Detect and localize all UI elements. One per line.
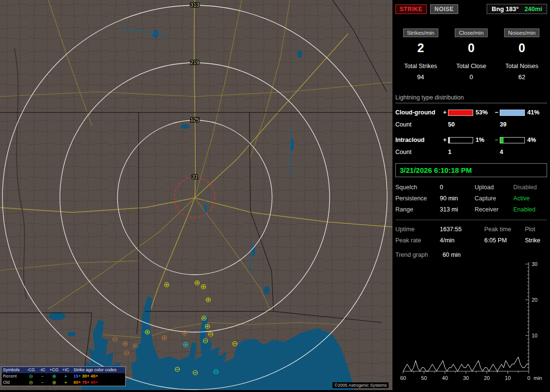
trend-window-value: 60 min	[443, 252, 461, 258]
age-30: 30+	[82, 374, 89, 378]
persistence-value: 90 min	[440, 195, 475, 202]
ic-minus-count: 4	[500, 149, 547, 155]
peak-time-value: 6:05 PM	[484, 237, 525, 244]
ring-label-219: 219	[190, 59, 199, 65]
legend-col-neg-cg: -CG	[25, 367, 37, 373]
svg-text:60: 60	[400, 375, 406, 381]
count-label: Count	[395, 149, 442, 155]
cg-plus-percent: 53%	[473, 109, 493, 116]
svg-text:20: 20	[484, 375, 490, 381]
cg-minus-bar	[500, 110, 525, 116]
legend-row-recent: Recent ⊖ − ⊕ + 15+ 30+ 45+	[1, 373, 125, 379]
legend-old-label: Old	[1, 379, 25, 386]
bearing-readout: Bng 183° 240mi	[487, 4, 547, 14]
receiver-status: Enabled	[513, 206, 547, 213]
pos-cg-icon: ⊕	[48, 379, 60, 386]
cg-plus-bar	[448, 110, 473, 116]
total-strikes-value: 94	[395, 73, 446, 81]
upload-label: Upload	[475, 184, 513, 191]
svg-text:0: 0	[527, 375, 530, 381]
ic-minus-bar	[500, 137, 525, 143]
legend-col-pos-ic: +IC	[60, 367, 72, 373]
ic-count-row: Count 1 4	[395, 149, 547, 155]
cg-count-row: Count 50 39	[395, 121, 547, 128]
pos-ic-icon: +	[60, 379, 72, 386]
status-panel: Uptime 1637:55 Peak time Plot Peak rate …	[395, 226, 547, 244]
map-county-lines	[0, 0, 392, 390]
svg-text:min: min	[534, 375, 542, 381]
neg-ic-icon: −	[37, 379, 48, 386]
divider	[395, 220, 547, 220]
age-45: 45+	[91, 374, 98, 378]
app-window: 313 219 125 31 Symbols -CG -IC +CG +IC S…	[0, 0, 550, 392]
svg-text:30: 30	[532, 261, 537, 267]
intracloud-row: Intracloud + 1% − 4%	[395, 137, 547, 143]
peak-time-label: Peak time	[484, 226, 525, 233]
cloud-ground-row: Cloud-ground + 53% − 41%	[395, 109, 547, 116]
distribution-heading: Lightning type distribution	[395, 94, 547, 103]
intracloud-label: Intracloud	[395, 137, 442, 143]
legend-symbols-label: Symbols	[1, 367, 25, 373]
strike-mode-button[interactable]: STRIKE	[395, 4, 427, 14]
neg-cg-icon: ⊖	[25, 373, 37, 379]
ring-label-31: 31	[192, 174, 198, 180]
total-noises-label: Total Noises	[496, 63, 547, 70]
noises-per-min-value: 0	[496, 41, 547, 55]
sidebar-topbar: STRIKE NOISE Bng 183° 240mi	[395, 4, 547, 14]
total-noises-value: 62	[496, 73, 547, 81]
ring-label-125: 125	[190, 117, 199, 123]
cloud-ground-label: Cloud-ground	[395, 109, 442, 116]
ic-plus-bar	[448, 137, 473, 143]
peak-rate-label: Peak rate	[395, 237, 440, 244]
legend-age-header: Strike age color codes	[72, 367, 125, 373]
legend-row-old: Old ⊖ − ⊕ + 60+ 75+ 90+	[1, 379, 125, 386]
age-codes-recent: 15+ 30+ 45+	[72, 373, 125, 379]
svg-text:10: 10	[505, 375, 511, 381]
plot-value: Strike	[525, 237, 547, 244]
svg-text:40: 40	[442, 375, 448, 381]
copyright-text: ©2005 Astrogenic Systems	[333, 382, 389, 388]
legend-recent-label: Recent	[1, 373, 25, 379]
receiver-label: Receiver	[475, 206, 513, 213]
neg-ic-icon: −	[37, 373, 48, 379]
plot-label: Plot	[525, 226, 547, 233]
cg-minus-percent: 41%	[525, 109, 542, 116]
trend-graph: 3020106050403020100min	[395, 260, 547, 384]
map[interactable]: 313 219 125 31	[0, 0, 392, 390]
pos-cg-icon: ⊕	[48, 373, 60, 379]
age-codes-old: 60+ 75+ 90+	[72, 379, 125, 386]
age-90: 90+	[91, 380, 98, 385]
neg-cg-icon: ⊖	[25, 379, 37, 386]
count-label: Count	[395, 121, 442, 128]
ic-plus-percent: 1%	[473, 137, 493, 143]
lightning-distribution-panel: Lightning type distribution Cloud-ground…	[395, 94, 547, 155]
minus-sign: −	[493, 137, 500, 143]
close-per-min-chip[interactable]: Close/min	[455, 28, 487, 37]
total-close-value: 0	[446, 73, 497, 81]
capture-status: Active	[513, 195, 547, 202]
sidebar: STRIKE NOISE Bng 183° 240mi Strikes/min …	[395, 4, 547, 384]
settings-panel: Squelch 0 Upload Disabled Persistence 90…	[395, 184, 547, 213]
capture-label: Capture	[475, 195, 513, 202]
ic-plus-count: 1	[448, 149, 493, 155]
peak-rate-value: 4/min	[440, 237, 484, 244]
upload-status: Disabled	[513, 184, 547, 191]
legend-col-pos-cg: +CG	[48, 367, 60, 373]
age-60: 60+	[73, 380, 81, 385]
noise-mode-button[interactable]: NOISE	[430, 4, 458, 14]
squelch-label: Squelch	[395, 184, 440, 191]
uptime-label: Uptime	[395, 226, 440, 233]
trend-graph-label: Trend graph	[395, 252, 428, 258]
rate-panel: Strikes/min Close/min Noises/min 2 0 0 T…	[395, 28, 547, 81]
squelch-value: 0	[440, 184, 475, 191]
plus-sign: +	[442, 137, 448, 143]
noises-per-min-chip[interactable]: Noises/min	[504, 28, 539, 37]
range-label: Range	[395, 206, 440, 213]
datetime-display: 3/21/2026 6:10:18 PM	[395, 163, 547, 177]
cg-minus-count: 39	[500, 121, 547, 128]
strikes-per-min-chip[interactable]: Strikes/min	[403, 28, 438, 37]
bearing-range: 240mi	[524, 5, 542, 13]
uptime-value: 1637:55	[440, 226, 484, 233]
trend-header: Trend graph 60 min	[395, 252, 547, 258]
legend-header: Symbols -CG -IC +CG +IC Strike age color…	[1, 367, 125, 373]
